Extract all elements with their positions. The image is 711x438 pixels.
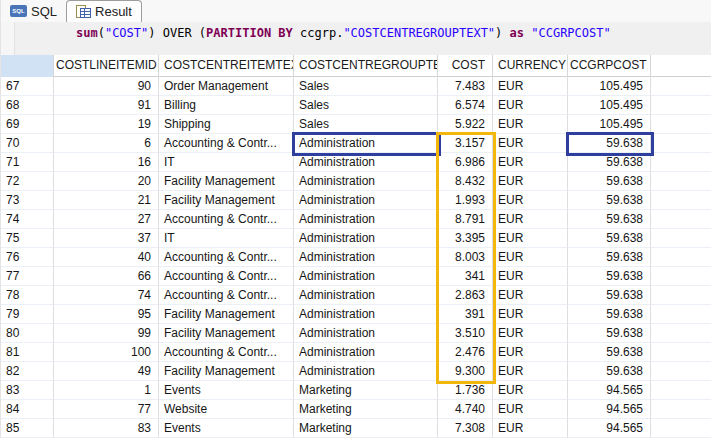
cell-cost[interactable]: 6.986	[438, 153, 493, 172]
cell-costcentreitemtext[interactable]: Events	[159, 381, 294, 400]
cell-ccgrpcost[interactable]: 94.565	[568, 419, 651, 438]
cell-cost[interactable]: 1.736	[438, 381, 493, 400]
corner-select-all-cell[interactable]	[1, 55, 54, 77]
cell-costcentregrouptext[interactable]: Administration	[294, 343, 438, 362]
cell-ccgrpcost[interactable]: 59.638	[568, 134, 651, 153]
cell-costlineitemid[interactable]: 90	[54, 77, 159, 96]
row-number-cell[interactable]: 75	[1, 229, 54, 248]
cell-costcentregrouptext[interactable]: Administration	[294, 362, 438, 381]
tab-sql[interactable]: SQL SQL	[1, 0, 66, 22]
cell-costcentreitemtext[interactable]: Events	[159, 419, 294, 438]
cell-currency[interactable]: EUR	[493, 153, 568, 172]
cell-costcentreitemtext[interactable]: Accounting & Contr...	[159, 267, 294, 286]
row-number-cell[interactable]: 85	[1, 419, 54, 438]
cell-currency[interactable]: EUR	[493, 96, 568, 115]
cell-ccgrpcost[interactable]: 59.638	[568, 229, 651, 248]
column-header-filler[interactable]	[651, 55, 711, 77]
column-header-cost[interactable]: COST	[438, 55, 493, 77]
cell-cost[interactable]: 3.510	[438, 324, 493, 343]
cell-cost[interactable]: 6.574	[438, 96, 493, 115]
cell-costcentreitemtext[interactable]: Facility Management	[159, 172, 294, 191]
cell-costcentreitemtext[interactable]: Accounting & Contr...	[159, 134, 294, 153]
row-number-cell[interactable]: 81	[1, 343, 54, 362]
cell-cost[interactable]: 5.922	[438, 115, 493, 134]
cell-currency[interactable]: EUR	[493, 400, 568, 419]
cell-costlineitemid[interactable]: 74	[54, 286, 159, 305]
tab-result[interactable]: Result	[66, 0, 142, 22]
cell-ccgrpcost[interactable]: 59.638	[568, 153, 651, 172]
row-number-cell[interactable]: 67	[1, 77, 54, 96]
cell-currency[interactable]: EUR	[493, 134, 568, 153]
cell-ccgrpcost[interactable]: 105.495	[568, 96, 651, 115]
cell-currency[interactable]: EUR	[493, 267, 568, 286]
cell-costcentreitemtext[interactable]: IT	[159, 229, 294, 248]
cell-costlineitemid[interactable]: 6	[54, 134, 159, 153]
column-header-costcentregrouptext[interactable]: COSTCENTREGROUPTEXT	[294, 55, 438, 77]
cell-costcentreitemtext[interactable]: Shipping	[159, 115, 294, 134]
cell-costcentregrouptext[interactable]: Sales	[294, 77, 438, 96]
row-number-cell[interactable]: 78	[1, 286, 54, 305]
cell-costcentregrouptext[interactable]: Sales	[294, 96, 438, 115]
row-number-cell[interactable]: 70	[1, 134, 54, 153]
cell-costcentreitemtext[interactable]: Facility Management	[159, 362, 294, 381]
cell-costcentreitemtext[interactable]: Facility Management	[159, 191, 294, 210]
cell-costlineitemid[interactable]: 37	[54, 229, 159, 248]
cell-costlineitemid[interactable]: 100	[54, 343, 159, 362]
cell-costcentregrouptext[interactable]: Administration	[294, 134, 438, 153]
cell-costcentreitemtext[interactable]: Website	[159, 400, 294, 419]
cell-cost[interactable]: 2.476	[438, 343, 493, 362]
column-header-currency[interactable]: CURRENCY	[493, 55, 568, 77]
cell-cost[interactable]: 2.863	[438, 286, 493, 305]
cell-currency[interactable]: EUR	[493, 191, 568, 210]
cell-costcentregrouptext[interactable]: Administration	[294, 229, 438, 248]
cell-costcentregrouptext[interactable]: Administration	[294, 191, 438, 210]
cell-costcentreitemtext[interactable]: Order Management	[159, 77, 294, 96]
cell-costlineitemid[interactable]: 77	[54, 400, 159, 419]
cell-costcentregrouptext[interactable]: Administration	[294, 286, 438, 305]
cell-currency[interactable]: EUR	[493, 286, 568, 305]
row-number-cell[interactable]: 73	[1, 191, 54, 210]
column-header-costlineitemid[interactable]: COSTLINEITEMID	[54, 55, 159, 77]
cell-ccgrpcost[interactable]: 105.495	[568, 77, 651, 96]
cell-costlineitemid[interactable]: 19	[54, 115, 159, 134]
cell-currency[interactable]: EUR	[493, 381, 568, 400]
cell-costcentreitemtext[interactable]: Accounting & Contr...	[159, 286, 294, 305]
row-number-cell[interactable]: 72	[1, 172, 54, 191]
cell-costcentregrouptext[interactable]: Administration	[294, 324, 438, 343]
row-number-cell[interactable]: 77	[1, 267, 54, 286]
cell-cost[interactable]: 1.993	[438, 191, 493, 210]
cell-costlineitemid[interactable]: 95	[54, 305, 159, 324]
cell-cost[interactable]: 8.432	[438, 172, 493, 191]
cell-currency[interactable]: EUR	[493, 248, 568, 267]
cell-costlineitemid[interactable]: 16	[54, 153, 159, 172]
cell-costcentregrouptext[interactable]: Sales	[294, 115, 438, 134]
cell-ccgrpcost[interactable]: 59.638	[568, 210, 651, 229]
sql-editor-panel[interactable]: sum("COST") OVER (PARTITION BY ccgrp."CO…	[1, 22, 711, 55]
cell-cost[interactable]: 3.395	[438, 229, 493, 248]
cell-costcentregrouptext[interactable]: Administration	[294, 305, 438, 324]
cell-ccgrpcost[interactable]: 94.565	[568, 381, 651, 400]
cell-currency[interactable]: EUR	[493, 305, 568, 324]
cell-currency[interactable]: EUR	[493, 362, 568, 381]
cell-costcentregrouptext[interactable]: Administration	[294, 153, 438, 172]
cell-costcentregrouptext[interactable]: Administration	[294, 210, 438, 229]
cell-costcentregrouptext[interactable]: Administration	[294, 267, 438, 286]
cell-costlineitemid[interactable]: 21	[54, 191, 159, 210]
cell-cost[interactable]: 7.308	[438, 419, 493, 438]
cell-ccgrpcost[interactable]: 59.638	[568, 305, 651, 324]
row-number-cell[interactable]: 68	[1, 96, 54, 115]
cell-costlineitemid[interactable]: 20	[54, 172, 159, 191]
row-number-cell[interactable]: 76	[1, 248, 54, 267]
row-number-cell[interactable]: 69	[1, 115, 54, 134]
cell-currency[interactable]: EUR	[493, 172, 568, 191]
cell-ccgrpcost[interactable]: 59.638	[568, 248, 651, 267]
column-header-ccgrpcost[interactable]: CCGRPCOST	[568, 55, 651, 77]
cell-currency[interactable]: EUR	[493, 229, 568, 248]
cell-cost[interactable]: 7.483	[438, 77, 493, 96]
cell-costcentreitemtext[interactable]: Accounting & Contr...	[159, 343, 294, 362]
cell-costlineitemid[interactable]: 49	[54, 362, 159, 381]
cell-cost[interactable]: 8.003	[438, 248, 493, 267]
cell-ccgrpcost[interactable]: 59.638	[568, 362, 651, 381]
cell-costcentreitemtext[interactable]: Facility Management	[159, 324, 294, 343]
cell-costlineitemid[interactable]: 66	[54, 267, 159, 286]
